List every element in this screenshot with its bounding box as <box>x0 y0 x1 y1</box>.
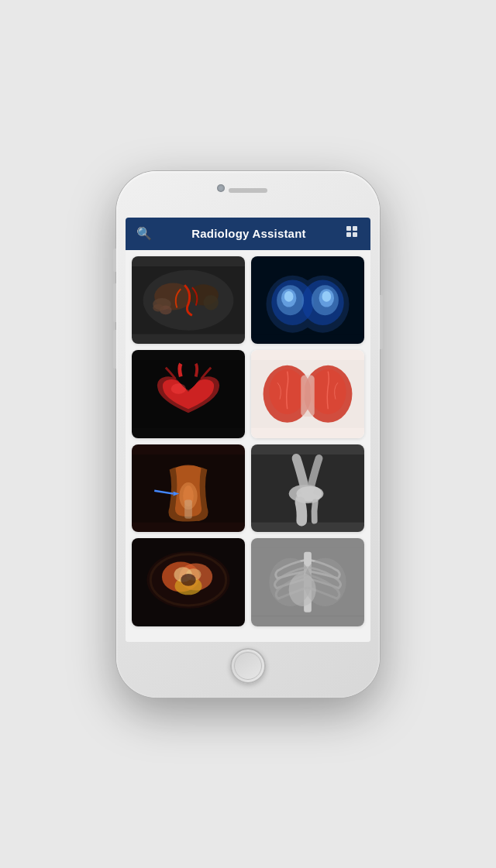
pediatrics-image <box>251 538 364 626</box>
svg-point-10 <box>153 304 164 311</box>
svg-rect-1 <box>353 226 357 231</box>
svg-rect-34 <box>184 499 192 518</box>
search-icon[interactable]: 🔍 <box>136 226 152 241</box>
volume-up-button <box>113 283 116 322</box>
category-item-breast[interactable]: Breast <box>251 256 364 345</box>
category-item-abdomen[interactable]: Abdomen <box>132 256 245 345</box>
category-grid-scroll: Abdomen <box>126 250 370 642</box>
phone-frame: 🔍 Radiology Assistant <box>116 171 380 698</box>
category-item-head-neck[interactable]: Head & Neck <box>132 444 245 533</box>
app-title: Radiology Assistant <box>191 227 305 240</box>
abdomen-image <box>132 256 245 345</box>
svg-rect-30 <box>301 376 315 417</box>
svg-point-11 <box>203 294 218 309</box>
screen: 🔍 Radiology Assistant <box>126 218 370 642</box>
svg-rect-2 <box>346 232 351 237</box>
head-neck-image <box>132 444 245 533</box>
cardiovascular-image <box>132 350 245 438</box>
speaker <box>229 188 267 193</box>
category-item-neuroradiology[interactable]: Neuroradiology <box>132 538 245 626</box>
camera <box>217 184 225 192</box>
category-item-cardiovascular[interactable]: Cardiovascular <box>132 350 245 438</box>
svg-rect-3 <box>353 232 357 237</box>
grid-view-icon[interactable] <box>346 225 360 242</box>
svg-rect-0 <box>346 226 351 231</box>
neuroradiology-image <box>132 538 245 626</box>
volume-down-button <box>113 330 116 369</box>
category-item-musculoskeletal[interactable]: Musculoskeletal <box>251 444 364 533</box>
svg-point-24 <box>171 383 186 394</box>
home-button[interactable] <box>230 648 266 684</box>
chest-image <box>251 350 364 438</box>
home-button-ring <box>234 652 262 680</box>
category-item-pediatrics[interactable]: Pediatrics <box>251 538 364 626</box>
app-header: 🔍 Radiology Assistant <box>126 218 370 250</box>
category-grid: Abdomen <box>132 256 364 626</box>
svg-point-39 <box>295 492 319 503</box>
mute-button <box>113 249 116 272</box>
svg-point-47 <box>181 574 195 586</box>
svg-point-22 <box>322 291 331 302</box>
svg-point-21 <box>284 291 294 302</box>
power-button <box>380 295 383 349</box>
category-item-chest[interactable]: Chest <box>251 350 364 438</box>
musculoskeletal-image <box>251 444 364 533</box>
svg-point-54 <box>289 573 316 606</box>
breast-image <box>251 256 364 345</box>
